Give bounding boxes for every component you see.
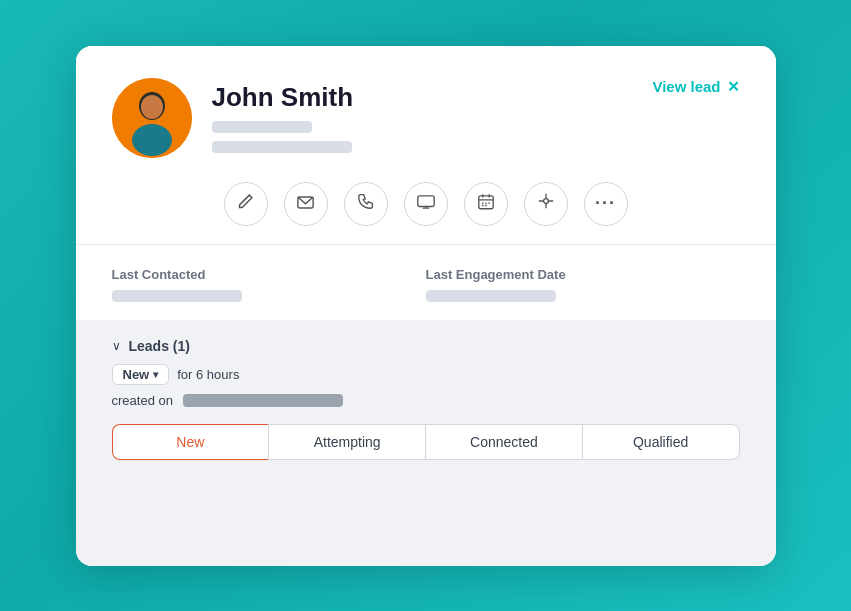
action-icons-row: ··· (112, 158, 740, 244)
status-new-label: New (123, 367, 150, 382)
status-badge-new[interactable]: New ▾ (112, 364, 170, 385)
card-top: John Smith View lead ✕ (76, 46, 776, 244)
filter-icon (538, 193, 554, 214)
last-engagement-label: Last Engagement Date (426, 267, 740, 282)
calendar-icon (478, 193, 494, 215)
leads-meta: New ▾ for 6 hours (112, 364, 740, 385)
more-icon-button[interactable]: ··· (584, 182, 628, 226)
header-row: John Smith View lead ✕ (112, 78, 740, 158)
profile-section: John Smith (112, 78, 354, 158)
svg-point-3 (141, 95, 163, 119)
tab-connected[interactable]: Connected (425, 424, 582, 460)
for-hours-text: for 6 hours (177, 367, 239, 382)
phone-icon (358, 193, 374, 214)
phone-icon-button[interactable] (344, 182, 388, 226)
view-lead-label: View lead (652, 78, 720, 95)
email-icon (297, 194, 314, 214)
subtitle-skeleton-1 (212, 121, 312, 133)
leads-header: ∨ Leads (1) (112, 338, 740, 354)
close-icon: ✕ (727, 78, 740, 96)
stats-row: Last Contacted Last Engagement Date (76, 245, 776, 320)
created-on-label: created on (112, 393, 173, 408)
status-dropdown-icon: ▾ (153, 369, 158, 380)
view-lead-button[interactable]: View lead ✕ (652, 78, 739, 96)
subtitle-skeleton-2 (212, 141, 352, 153)
last-contacted-col: Last Contacted (112, 267, 426, 302)
tab-attempting[interactable]: Attempting (268, 424, 425, 460)
created-on-row: created on (112, 393, 740, 408)
svg-rect-6 (478, 195, 492, 208)
last-contacted-value (112, 290, 242, 302)
chevron-down-icon: ∨ (112, 339, 121, 353)
edit-icon-button[interactable] (224, 182, 268, 226)
calendar-icon-button[interactable] (464, 182, 508, 226)
created-on-value (183, 394, 343, 407)
pipeline-tabs: New Attempting Connected Qualified (112, 424, 740, 460)
svg-rect-5 (417, 195, 433, 206)
tab-qualified[interactable]: Qualified (582, 424, 740, 460)
last-contacted-label: Last Contacted (112, 267, 426, 282)
contact-card: John Smith View lead ✕ (76, 46, 776, 566)
last-engagement-col: Last Engagement Date (426, 267, 740, 302)
more-icon: ··· (595, 193, 616, 214)
screen-icon-button[interactable] (404, 182, 448, 226)
email-icon-button[interactable] (284, 182, 328, 226)
filter-icon-button[interactable] (524, 182, 568, 226)
profile-info: John Smith (212, 82, 354, 153)
leads-title: Leads (1) (129, 338, 190, 354)
avatar (112, 78, 192, 158)
last-engagement-value (426, 290, 556, 302)
screen-icon (417, 194, 435, 214)
leads-section: ∨ Leads (1) New ▾ for 6 hours created on… (76, 320, 776, 566)
profile-name: John Smith (212, 82, 354, 113)
tab-new[interactable]: New (112, 424, 269, 460)
edit-icon (237, 193, 254, 215)
svg-point-7 (543, 199, 548, 204)
